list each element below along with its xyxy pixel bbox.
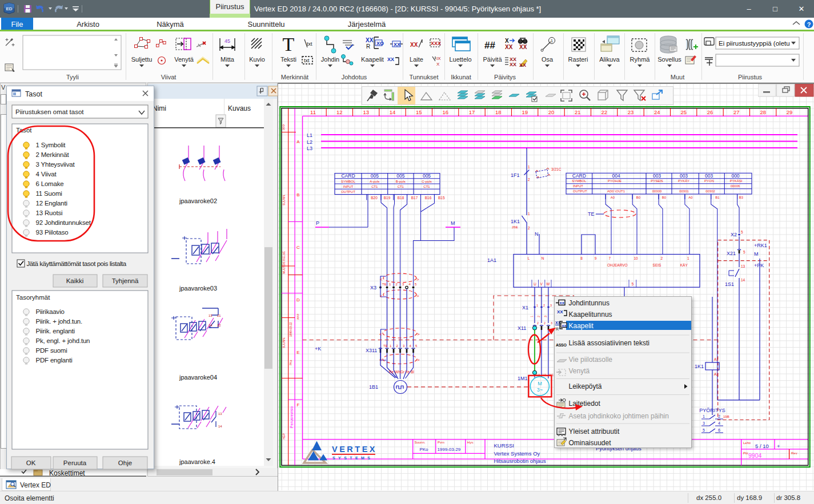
svg-text:1: 1 bbox=[528, 165, 530, 169]
svg-text:7: 7 bbox=[608, 256, 611, 260]
svg-text:3/21C: 3/21C bbox=[551, 167, 562, 171]
svg-text:+RK1: +RK1 bbox=[754, 243, 767, 248]
svg-text:CT1: CT1 bbox=[398, 185, 404, 188]
svg-text:28: 28 bbox=[760, 109, 766, 115]
svg-text:92 Johdintunnukset: 92 Johdintunnukset bbox=[36, 219, 91, 226]
svg-text:23: 23 bbox=[628, 109, 634, 115]
svg-text:6: 6 bbox=[718, 428, 720, 432]
svg-text:Tyyli: Tyyli bbox=[66, 74, 79, 80]
svg-text:XX: XX bbox=[519, 62, 526, 68]
svg-text:003: 003 bbox=[653, 173, 661, 179]
svg-text:A0: A0 bbox=[611, 196, 615, 199]
svg-text:XX: XX bbox=[510, 62, 516, 67]
svg-text:005: 005 bbox=[396, 173, 404, 179]
svg-text:Re WhGr Ye Bl: Re WhGr Ye Bl bbox=[389, 370, 414, 374]
svg-text:+K: +K bbox=[315, 346, 321, 352]
svg-text:2 Merkinnät: 2 Merkinnät bbox=[36, 151, 70, 158]
svg-text:2: 2 bbox=[660, 256, 663, 260]
svg-text:2: 2 bbox=[543, 304, 545, 307]
svg-text:8: 8 bbox=[580, 256, 583, 260]
svg-text:SEIS: SEIS bbox=[653, 263, 661, 267]
svg-text:XXX: XXX bbox=[431, 41, 441, 46]
svg-text:1999-03-29: 1999-03-29 bbox=[437, 447, 460, 452]
svg-text:13: 13 bbox=[363, 109, 369, 115]
svg-text:27: 27 bbox=[733, 109, 740, 115]
svg-text:005: 005 bbox=[371, 173, 379, 179]
svg-text:5: 5 bbox=[741, 230, 743, 234]
svg-text:PYSEIS: PYSEIS bbox=[651, 179, 663, 183]
svg-text:jpaavaroke.4: jpaavaroke.4 bbox=[179, 458, 215, 465]
svg-text:5: 5 bbox=[415, 344, 418, 348]
svg-text:jpaavaroke04: jpaavaroke04 bbox=[179, 374, 217, 381]
svg-text:26E: 26E bbox=[512, 225, 518, 229]
svg-text:005: 005 bbox=[423, 173, 431, 179]
svg-text:Muut: Muut bbox=[671, 74, 684, 80]
svg-text:CT1: CT1 bbox=[371, 185, 378, 188]
svg-text:6 Lomake: 6 Lomake bbox=[36, 180, 64, 187]
svg-text:Ei piirustustyyppiä (oletu: Ei piirustustyyppiä (oletu bbox=[719, 40, 790, 47]
svg-text:B-puls: B-puls bbox=[396, 180, 406, 183]
svg-text:<: < bbox=[379, 332, 382, 337]
svg-text:00300: 00300 bbox=[652, 189, 662, 193]
svg-text:PDF englanti: PDF englanti bbox=[36, 357, 73, 364]
svg-text:45: 45 bbox=[224, 38, 230, 44]
svg-text:TE: TE bbox=[588, 211, 595, 217]
svg-text:26: 26 bbox=[707, 109, 713, 115]
svg-text:P: P bbox=[316, 220, 319, 226]
svg-text:B16: B16 bbox=[425, 196, 432, 200]
svg-text:1K1: 1K1 bbox=[695, 364, 704, 369]
svg-text:14: 14 bbox=[218, 425, 222, 428]
svg-text:Osa: Osa bbox=[542, 56, 554, 63]
svg-text:5: 5 bbox=[415, 283, 417, 286]
svg-text:2: 2 bbox=[528, 178, 530, 182]
svg-text:>: > bbox=[416, 277, 419, 282]
svg-text:Vertex ED: Vertex ED bbox=[20, 481, 51, 489]
svg-text:B0: B0 bbox=[662, 196, 667, 199]
svg-text:L2: L2 bbox=[307, 139, 312, 145]
svg-text:AD0 \OUT1: AD0 \OUT1 bbox=[607, 189, 625, 193]
svg-text:SYMBOL: SYMBOL bbox=[341, 180, 356, 183]
svg-text:PPP: PPP bbox=[296, 313, 300, 320]
svg-text:Ryhmä: Ryhmä bbox=[630, 56, 651, 63]
svg-text:1A1: 1A1 bbox=[487, 257, 496, 263]
svg-text:4: 4 bbox=[718, 421, 720, 425]
svg-text:Laite: Laite bbox=[410, 56, 423, 63]
svg-text:Tasoryhmät: Tasoryhmät bbox=[16, 294, 50, 301]
svg-text:22: 22 bbox=[217, 324, 221, 327]
svg-text:B0: B0 bbox=[636, 196, 641, 199]
svg-text:Tunnukset: Tunnukset bbox=[410, 74, 439, 80]
svg-text:1F1: 1F1 bbox=[511, 172, 520, 178]
svg-text:Piirikaavio: Piirikaavio bbox=[36, 308, 65, 315]
svg-text:SUUNN.: SUUNN. bbox=[282, 195, 286, 205]
svg-text:Johdotus: Johdotus bbox=[342, 74, 367, 80]
svg-text:IX: IX bbox=[436, 56, 441, 61]
svg-text:19B: 19B bbox=[723, 415, 729, 418]
svg-text:PKo: PKo bbox=[289, 360, 292, 365]
svg-text:SYMBOL: SYMBOL bbox=[572, 179, 587, 183]
svg-text:4 Viivat: 4 Viivat bbox=[36, 171, 57, 178]
svg-text:1 Symbolit: 1 Symbolit bbox=[36, 142, 66, 148]
svg-text:SUUNN.: SUUNN. bbox=[282, 337, 286, 348]
svg-text:Viivat: Viivat bbox=[161, 74, 177, 80]
svg-text:1: 1 bbox=[551, 38, 554, 43]
svg-text:3: 3 bbox=[403, 344, 405, 348]
svg-text:Rasteri: Rasteri bbox=[568, 56, 588, 63]
svg-text:3: 3 bbox=[703, 421, 705, 425]
svg-text:Hitsausrobotin ohjaus: Hitsausrobotin ohjaus bbox=[494, 458, 547, 464]
svg-text:<: < bbox=[380, 293, 383, 299]
svg-text:+PK: +PK bbox=[754, 263, 764, 268]
svg-text:21: 21 bbox=[217, 314, 221, 317]
svg-text:B17: B17 bbox=[411, 196, 418, 200]
svg-text:SYSTEMS: SYSTEMS bbox=[332, 456, 373, 460]
svg-text:HGP: HGP bbox=[282, 433, 286, 440]
svg-text:XX: XX bbox=[366, 37, 374, 43]
svg-text:B20: B20 bbox=[371, 196, 378, 200]
svg-text:14: 14 bbox=[390, 109, 396, 115]
svg-text:X: X bbox=[505, 38, 509, 44]
svg-text:1K1: 1K1 bbox=[511, 219, 520, 224]
svg-text:TE: TE bbox=[383, 344, 388, 348]
svg-text:15: 15 bbox=[416, 109, 422, 115]
svg-text:16: 16 bbox=[442, 109, 448, 115]
svg-text:X311: X311 bbox=[366, 348, 377, 353]
svg-text:29: 29 bbox=[787, 109, 793, 115]
